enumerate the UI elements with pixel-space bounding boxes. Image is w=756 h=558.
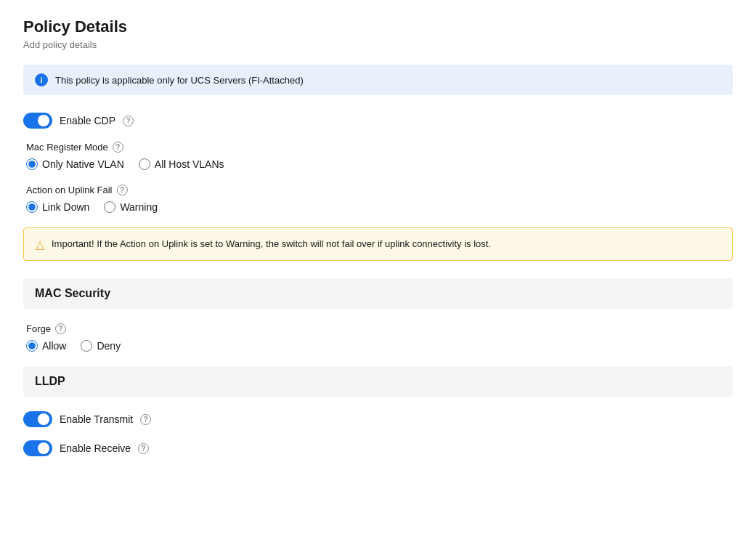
forge-allow-label: Allow bbox=[42, 340, 66, 352]
cdp-label: Enable CDP bbox=[60, 115, 115, 126]
page-subtitle: Add policy details bbox=[23, 39, 733, 50]
lldp-transmit-toggle[interactable] bbox=[23, 411, 52, 427]
mac-register-only-native-vlan[interactable]: Only Native VLAN bbox=[26, 158, 124, 170]
uplink-fail-warning[interactable]: Warning bbox=[104, 201, 158, 213]
warning-triangle-icon: △ bbox=[36, 238, 44, 251]
uplink-fail-link-down[interactable]: Link Down bbox=[26, 201, 89, 213]
warning-banner: △ Important! If the Action on Uplink is … bbox=[23, 227, 733, 261]
cdp-row: Enable CDP ? bbox=[23, 113, 733, 129]
mac-register-all-host-vlans[interactable]: All Host VLANs bbox=[139, 158, 224, 170]
lldp-transmit-label: Enable Transmit bbox=[60, 413, 133, 425]
forge-label: Forge ? bbox=[26, 323, 730, 334]
forge-allow[interactable]: Allow bbox=[26, 340, 66, 352]
action-on-uplink-fail-options: Link Down Warning bbox=[26, 201, 730, 213]
lldp-receive-row: Enable Receive ? bbox=[23, 440, 733, 456]
uplink-fail-warning-label: Warning bbox=[120, 201, 158, 213]
forge-group: Forge ? Allow Deny bbox=[23, 323, 733, 352]
action-on-uplink-fail-help-icon[interactable]: ? bbox=[117, 185, 128, 195]
mac-security-section-header: MAC Security bbox=[23, 278, 733, 309]
action-on-uplink-fail-label: Action on Uplink Fail ? bbox=[26, 185, 730, 195]
cdp-help-icon[interactable]: ? bbox=[123, 116, 134, 126]
warning-banner-text: Important! If the Action on Uplink is se… bbox=[52, 237, 491, 251]
mac-register-mode-group: Mac Register Mode ? Only Native VLAN All… bbox=[23, 142, 733, 170]
info-icon: i bbox=[35, 73, 48, 86]
mac-register-mode-help-icon[interactable]: ? bbox=[113, 142, 123, 153]
lldp-receive-help-icon[interactable]: ? bbox=[138, 443, 149, 454]
forge-deny-label: Deny bbox=[97, 340, 121, 352]
forge-options: Allow Deny bbox=[26, 340, 730, 352]
page-title: Policy Details bbox=[23, 17, 733, 36]
cdp-toggle[interactable] bbox=[23, 113, 52, 129]
mac-register-only-native-vlan-label: Only Native VLAN bbox=[42, 158, 124, 170]
forge-deny[interactable]: Deny bbox=[81, 340, 121, 352]
lldp-transmit-help-icon[interactable]: ? bbox=[140, 414, 151, 425]
mac-security-title: MAC Security bbox=[35, 287, 110, 299]
info-banner-text: This policy is applicable only for UCS S… bbox=[55, 75, 304, 86]
action-on-uplink-fail-group: Action on Uplink Fail ? Link Down Warnin… bbox=[23, 185, 733, 213]
lldp-transmit-row: Enable Transmit ? bbox=[23, 411, 733, 427]
uplink-fail-link-down-label: Link Down bbox=[42, 201, 89, 213]
lldp-receive-toggle[interactable] bbox=[23, 440, 52, 456]
lldp-section-header: LLDP bbox=[23, 366, 733, 397]
lldp-receive-label: Enable Receive bbox=[60, 442, 131, 454]
forge-help-icon[interactable]: ? bbox=[55, 323, 66, 334]
mac-register-mode-label: Mac Register Mode ? bbox=[26, 142, 730, 153]
info-banner: i This policy is applicable only for UCS… bbox=[23, 65, 733, 95]
mac-register-all-host-vlans-label: All Host VLANs bbox=[155, 158, 224, 170]
lldp-title: LLDP bbox=[35, 375, 65, 387]
mac-register-mode-options: Only Native VLAN All Host VLANs bbox=[26, 158, 730, 170]
